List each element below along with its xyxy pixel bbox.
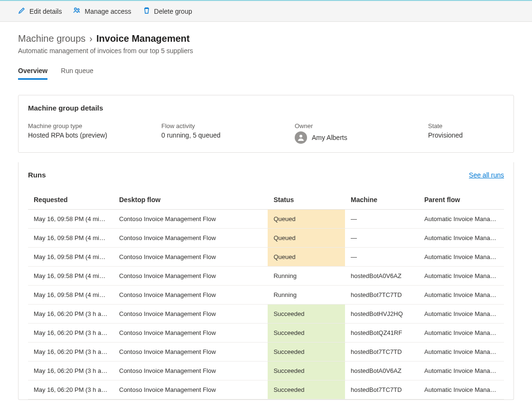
chevron-right-icon: › [89,33,93,44]
cell-requested: May 16, 06:20 PM (3 h ago) [28,324,113,343]
table-row[interactable]: May 16, 06:20 PM (3 h ago)Contoso Invoic… [28,380,504,399]
command-bar: Edit details Manage access Delete group [0,0,532,22]
cell-status: Queued [268,229,345,248]
table-row[interactable]: May 16, 06:20 PM (3 h ago)Contoso Invoic… [28,324,504,343]
people-icon [73,7,81,16]
cell-parent-flow: Automatic Invoice Manage... [419,305,504,324]
edit-details-label: Edit details [29,8,62,15]
cell-parent-flow: Automatic Invoice Manage... [419,210,504,229]
cell-machine: hostedBot7TC7TD [345,380,419,399]
cell-requested: May 16, 09:58 PM (4 min ago) [28,286,113,305]
edit-details-button[interactable]: Edit details [18,7,62,16]
detail-owner-value: Amy Alberts [312,134,347,141]
manage-access-label: Manage access [84,8,131,15]
delete-icon [143,7,150,16]
breadcrumb-current: Invoice Management [96,33,190,44]
col-desktop-flow[interactable]: Desktop flow [113,191,268,210]
cell-desktop-flow: Contoso Invoice Management Flow [113,229,268,248]
cell-parent-flow: Automatic Invoice Manage... [419,229,504,248]
page-description: Automatic management of invoices from ou… [18,47,514,55]
tab-overview[interactable]: Overview [18,67,47,80]
breadcrumb-parent[interactable]: Machine groups [18,33,85,44]
cell-status: Succeeded [268,361,345,380]
cell-desktop-flow: Contoso Invoice Management Flow [113,286,268,305]
cell-requested: May 16, 06:20 PM (3 h ago) [28,361,113,380]
cell-machine: hostedBot7TC7TD [345,343,419,361]
table-row[interactable]: May 16, 06:20 PM (3 h ago)Contoso Invoic… [28,343,504,361]
cell-parent-flow: Automatic Invoice Manage... [419,267,504,286]
cell-desktop-flow: Contoso Invoice Management Flow [113,305,268,324]
table-row[interactable]: May 16, 06:20 PM (3 h ago)Contoso Invoic… [28,361,504,380]
cell-machine: hostedBot7TC7TD [345,286,419,305]
avatar [295,131,307,144]
tab-run-queue[interactable]: Run queue [61,67,93,80]
detail-state: State Provisioned [428,122,504,144]
detail-state-label: State [428,122,504,130]
cell-requested: May 16, 06:20 PM (3 h ago) [28,343,113,361]
cell-requested: May 16, 06:20 PM (3 h ago) [28,305,113,324]
cell-desktop-flow: Contoso Invoice Management Flow [113,267,268,286]
delete-group-button[interactable]: Delete group [143,7,192,16]
runs-table: Requested Desktop flow Status Machine Pa… [28,191,504,399]
cell-desktop-flow: Contoso Invoice Management Flow [113,343,268,361]
detail-type-value: Hosted RPA bots (preview) [28,131,139,139]
machine-group-details-card: Machine group details Machine group type… [18,95,514,153]
cell-parent-flow: Automatic Invoice Manage... [419,286,504,305]
table-row[interactable]: May 16, 09:58 PM (4 min ago)Contoso Invo… [28,267,504,286]
cell-requested: May 16, 09:58 PM (4 min ago) [28,229,113,248]
cell-machine: — [345,248,419,267]
details-title: Machine group details [28,104,504,112]
cell-status: Running [268,267,345,286]
table-row[interactable]: May 16, 09:58 PM (4 min ago)Contoso Invo… [28,248,504,267]
cell-status: Queued [268,248,345,267]
cell-status: Succeeded [268,305,345,324]
detail-type: Machine group type Hosted RPA bots (prev… [28,122,139,144]
detail-type-label: Machine group type [28,122,139,130]
cell-requested: May 16, 09:58 PM (4 min ago) [28,248,113,267]
cell-parent-flow: Automatic Invoice Manage... [419,248,504,267]
cell-status: Succeeded [268,324,345,343]
cell-requested: May 16, 09:58 PM (4 min ago) [28,210,113,229]
cell-status: Running [268,286,345,305]
table-row[interactable]: May 16, 09:58 PM (4 min ago)Contoso Invo… [28,229,504,248]
see-all-runs-link[interactable]: See all runs [469,171,504,179]
table-row[interactable]: May 16, 09:58 PM (4 min ago)Contoso Invo… [28,286,504,305]
delete-group-label: Delete group [154,8,192,15]
detail-activity-label: Flow activity [161,122,272,130]
col-machine[interactable]: Machine [345,191,419,210]
cell-machine: hostedBotA0V6AZ [345,361,419,380]
runs-title: Runs [28,171,46,179]
cell-requested: May 16, 09:58 PM (4 min ago) [28,267,113,286]
cell-machine: hostedBotHVJ2HQ [345,305,419,324]
table-row[interactable]: May 16, 09:58 PM (4 min ago)Contoso Invo… [28,210,504,229]
details-row: Machine group type Hosted RPA bots (prev… [28,122,504,144]
cell-status: Queued [268,210,345,229]
runs-header: Runs See all runs [28,171,504,179]
col-status[interactable]: Status [268,191,345,210]
cell-machine: hostedBotA0V6AZ [345,267,419,286]
runs-card: Runs See all runs Requested Desktop flow… [18,162,514,400]
detail-activity: Flow activity 0 running, 5 queued [161,122,272,144]
detail-owner-label: Owner [295,122,405,130]
cell-machine: — [345,229,419,248]
tabs: Overview Run queue [18,67,514,80]
svg-point-0 [75,8,76,10]
cell-desktop-flow: Contoso Invoice Management Flow [113,324,268,343]
manage-access-button[interactable]: Manage access [73,7,131,16]
detail-owner: Owner Amy Alberts [295,122,405,144]
cell-desktop-flow: Contoso Invoice Management Flow [113,380,268,399]
cell-desktop-flow: Contoso Invoice Management Flow [113,210,268,229]
cell-status: Succeeded [268,343,345,361]
cell-parent-flow: Automatic Invoice Manage... [419,343,504,361]
cell-machine: — [345,210,419,229]
col-requested[interactable]: Requested [28,191,113,210]
svg-point-2 [299,135,302,138]
col-parent-flow[interactable]: Parent flow [419,191,504,210]
cell-machine: hostedBotQZ41RF [345,324,419,343]
cell-desktop-flow: Contoso Invoice Management Flow [113,361,268,380]
cell-parent-flow: Automatic Invoice Manage... [419,380,504,399]
table-row[interactable]: May 16, 06:20 PM (3 h ago)Contoso Invoic… [28,305,504,324]
cell-desktop-flow: Contoso Invoice Management Flow [113,248,268,267]
breadcrumb: Machine groups › Invoice Management [18,33,514,44]
table-header-row: Requested Desktop flow Status Machine Pa… [28,191,504,210]
